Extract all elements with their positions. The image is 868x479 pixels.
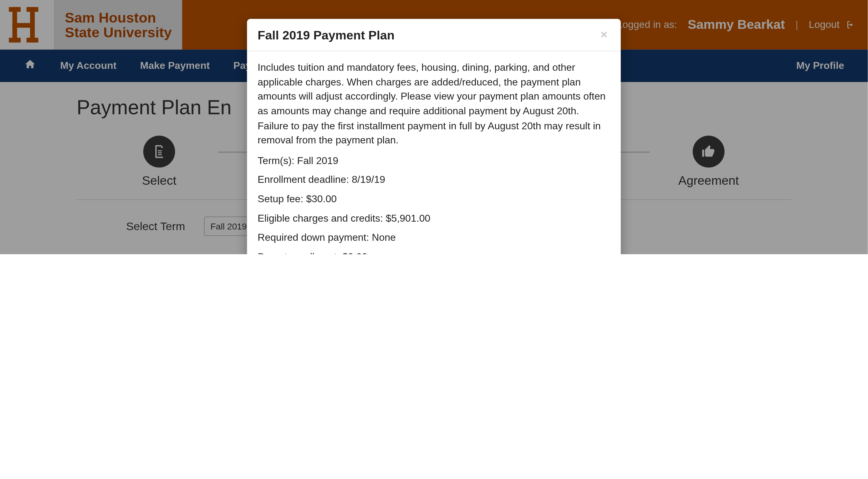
modal-eligible: Eligible charges and credits: $5,901.00: [257, 212, 610, 226]
close-icon: ×: [600, 27, 608, 42]
modal-enrollment-deadline: Enrollment deadline: 8/19/19: [257, 173, 610, 187]
modal-body: Includes tuition and mandatory fees, hou…: [247, 51, 620, 254]
modal-terms: Term(s): Fall 2019: [257, 154, 610, 168]
modal-header: Fall 2019 Payment Plan ×: [247, 19, 620, 51]
modal-down-payment: Required down payment: None: [257, 231, 610, 245]
modal-setup-fee: Setup fee: $30.00: [257, 192, 610, 207]
modal-title: Fall 2019 Payment Plan: [257, 28, 395, 42]
plan-details-modal: Fall 2019 Payment Plan × Includes tuitio…: [247, 19, 620, 254]
modal-description: Includes tuition and mandatory fees, hou…: [257, 61, 610, 148]
modal-due-enroll: Due at enrollment: $0.00: [257, 250, 610, 254]
modal-close-button[interactable]: ×: [598, 28, 610, 41]
